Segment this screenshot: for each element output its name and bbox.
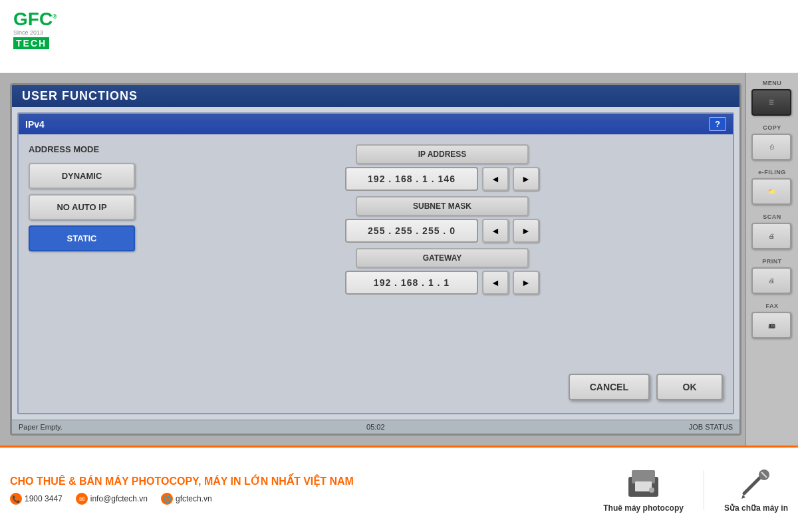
copy-icon: ⎙ bbox=[770, 144, 773, 150]
cancel-button[interactable]: CANCEL bbox=[569, 374, 650, 400]
ip-address-value-row: 192 . 168 . 1 . 146 ◄ ► bbox=[162, 167, 723, 191]
ip-address-value: 192 . 168 . 1 . 146 bbox=[345, 167, 478, 191]
fax-section: FAX 📠 bbox=[751, 303, 793, 338]
static-button[interactable]: STATIC bbox=[29, 225, 135, 251]
ip-address-next-button[interactable]: ► bbox=[513, 167, 539, 191]
gateway-prev-button[interactable]: ◄ bbox=[482, 271, 509, 295]
status-time: 05:02 bbox=[366, 423, 385, 431]
svg-marker-7 bbox=[741, 495, 745, 499]
footer-services: Thuê máy photocopy Sửa chữa máy in bbox=[603, 467, 788, 513]
efiling-icon: 📁 bbox=[768, 188, 775, 195]
scan-button[interactable]: 🖨 bbox=[751, 223, 791, 249]
scan-label: SCAN bbox=[751, 213, 793, 220]
efiling-button[interactable]: 📁 bbox=[751, 178, 791, 205]
subnet-mask-prev-button[interactable]: ◄ bbox=[482, 219, 509, 243]
network-settings-panel: IP ADDRESS 192 . 168 . 1 . 146 ◄ ► SUBNE… bbox=[162, 144, 723, 400]
address-mode-panel: ADDRESS MODE DYNAMIC NO AUTO IP STATIC bbox=[29, 144, 148, 400]
subnet-mask-label-button[interactable]: SUBNET MASK bbox=[356, 196, 529, 216]
copy-section: COPY ⎙ bbox=[751, 124, 793, 160]
address-mode-label: ADDRESS MODE bbox=[29, 144, 99, 154]
fax-icon: 📠 bbox=[768, 322, 775, 329]
ip-address-prev-button[interactable]: ◄ bbox=[482, 167, 509, 191]
top-bar: GFC® Since 2013 TECH bbox=[0, 0, 798, 73]
menu-button[interactable]: ☰ bbox=[751, 89, 791, 116]
print-section: PRINT 🖨 bbox=[751, 258, 793, 294]
service-photocopy: Thuê máy photocopy bbox=[603, 467, 684, 513]
menu-section: MENU ☰ bbox=[751, 80, 793, 116]
bottom-buttons: CANCEL OK bbox=[162, 367, 723, 400]
no-auto-ip-button[interactable]: NO AUTO IP bbox=[29, 194, 135, 220]
print-label: PRINT bbox=[751, 258, 793, 265]
gateway-value: 192 . 168 . 1 . 1 bbox=[345, 271, 478, 295]
efiling-label: e-FILING bbox=[751, 169, 793, 176]
title-bar-text: USER FUNCTIONS bbox=[22, 89, 138, 102]
status-right: JOB STATUS bbox=[689, 423, 733, 431]
logo-since: Since 2013 bbox=[13, 29, 66, 36]
logo-box: GFC® Since 2013 TECH bbox=[13, 10, 66, 63]
efiling-section: e-FILING 📁 bbox=[751, 169, 793, 205]
contact-web: 🌐 gfctech.vn bbox=[161, 493, 212, 505]
website-url: gfctech.vn bbox=[176, 494, 212, 503]
web-icon: 🌐 bbox=[161, 493, 173, 505]
gateway-next-button[interactable]: ► bbox=[513, 271, 539, 295]
gateway-label-button[interactable]: GATEWAY bbox=[356, 248, 529, 268]
email-icon: ✉ bbox=[76, 493, 88, 505]
ipv4-header: IPv4 ? bbox=[19, 114, 733, 134]
ipv4-dialog: IPv4 ? ADDRESS MODE DYNAMIC NO AUTO IP S… bbox=[17, 112, 734, 414]
gateway-value-row: 192 . 168 . 1 . 1 ◄ ► bbox=[162, 271, 723, 295]
print-button[interactable]: 🖨 bbox=[751, 267, 791, 294]
ip-address-group: IP ADDRESS 192 . 168 . 1 . 146 ◄ ► bbox=[162, 144, 723, 191]
menu-icon: ☰ bbox=[769, 99, 774, 106]
subnet-mask-group: SUBNET MASK 255 . 255 . 255 . 0 ◄ ► bbox=[162, 196, 723, 243]
help-button[interactable]: ? bbox=[709, 117, 726, 131]
footer-contact: 📞 1900 3447 ✉ info@gfctech.vn 🌐 gfctech.… bbox=[10, 493, 590, 505]
copy-button[interactable]: ⎙ bbox=[751, 134, 791, 160]
status-left: Paper Empty. bbox=[19, 423, 63, 431]
contact-email: ✉ info@gfctech.vn bbox=[76, 493, 148, 505]
gateway-group: GATEWAY 192 . 168 . 1 . 1 ◄ ► bbox=[162, 248, 723, 295]
subnet-mask-value: 255 . 255 . 255 . 0 bbox=[345, 219, 478, 243]
scan-icon: 🖨 bbox=[769, 233, 775, 239]
device-area: USER FUNCTIONS IPv4 ? ADDRESS MODE DYNAM… bbox=[0, 73, 798, 446]
svg-line-4 bbox=[744, 477, 761, 493]
logo-area: GFC® Since 2013 TECH bbox=[13, 10, 66, 63]
repair-icon bbox=[736, 467, 776, 500]
copy-label: COPY bbox=[751, 124, 793, 131]
service-photocopy-label: Thuê máy photocopy bbox=[603, 503, 684, 513]
footer: CHO THUÊ & BÁN MÁY PHOTOCOPY, MÁY IN LỚN… bbox=[0, 446, 798, 532]
status-bar: Paper Empty. 05:02 JOB STATUS bbox=[12, 420, 739, 434]
logo-gfc: GFC® bbox=[13, 10, 66, 29]
menu-label: MENU bbox=[751, 80, 793, 86]
screen-content: IPv4 ? ADDRESS MODE DYNAMIC NO AUTO IP S… bbox=[12, 107, 739, 420]
scan-section: SCAN 🖨 bbox=[751, 213, 793, 249]
fax-label: FAX bbox=[751, 303, 793, 309]
ipv4-body: ADDRESS MODE DYNAMIC NO AUTO IP STATIC I… bbox=[19, 134, 733, 410]
phone-number: 1900 3447 bbox=[25, 494, 63, 503]
subnet-mask-next-button[interactable]: ► bbox=[513, 219, 539, 243]
logo-tech: TECH bbox=[13, 37, 49, 49]
email-address: info@gfctech.vn bbox=[90, 494, 148, 503]
screen-panel: USER FUNCTIONS IPv4 ? ADDRESS MODE DYNAM… bbox=[10, 83, 741, 436]
dynamic-button[interactable]: DYNAMIC bbox=[29, 163, 135, 189]
buttons-panel: MENU ☰ COPY ⎙ e-FILING 📁 SCAN 🖨 PRINT bbox=[745, 73, 798, 446]
service-repair-label: Sửa chữa máy in bbox=[724, 503, 788, 513]
service-repair: Sửa chữa máy in bbox=[724, 467, 788, 513]
ip-address-label-button[interactable]: IP ADDRESS bbox=[356, 144, 529, 164]
fax-button[interactable]: 📠 bbox=[751, 312, 791, 338]
subnet-mask-value-row: 255 . 255 . 255 . 0 ◄ ► bbox=[162, 219, 723, 243]
ok-button[interactable]: OK bbox=[656, 374, 723, 400]
phone-icon: 📞 bbox=[10, 493, 22, 505]
footer-headline: CHO THUÊ & BÁN MÁY PHOTOCOPY, MÁY IN LỚN… bbox=[10, 475, 590, 487]
contact-phone: 📞 1900 3447 bbox=[10, 493, 63, 505]
ipv4-title: IPv4 bbox=[25, 119, 45, 130]
footer-left: CHO THUÊ & BÁN MÁY PHOTOCOPY, MÁY IN LỚN… bbox=[10, 475, 590, 505]
divider bbox=[704, 470, 704, 510]
photocopy-icon bbox=[624, 467, 664, 500]
print-icon: 🖨 bbox=[769, 277, 775, 284]
title-bar: USER FUNCTIONS bbox=[12, 85, 739, 107]
svg-point-3 bbox=[649, 487, 654, 493]
